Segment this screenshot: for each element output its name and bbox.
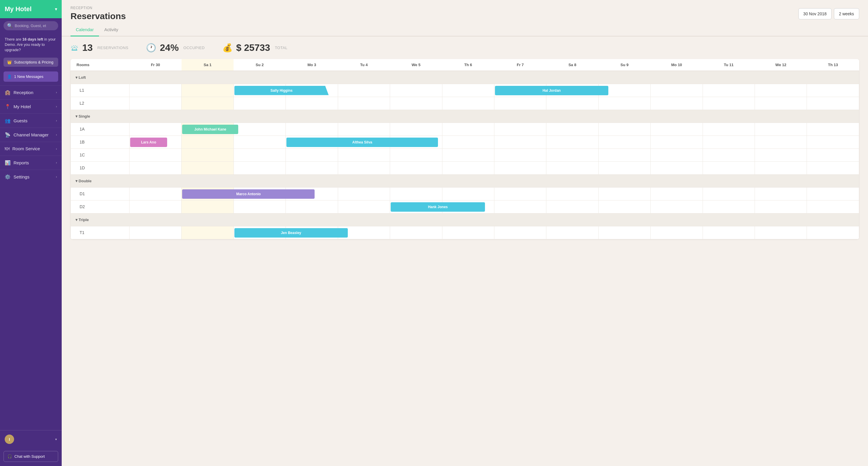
cell-T1-1[interactable] — [182, 226, 234, 239]
cell-T1-12[interactable] — [755, 226, 807, 239]
cell-1D-3[interactable] — [286, 162, 338, 174]
cell-D2-1[interactable] — [182, 200, 234, 213]
cell-1A-3[interactable] — [286, 123, 338, 136]
cell-T1-8[interactable] — [546, 226, 598, 239]
cell-1C-8[interactable] — [546, 148, 598, 162]
cell-D2-10[interactable] — [651, 200, 703, 213]
chat-support-button[interactable]: 🎧 Chat with Support — [3, 451, 58, 462]
cell-1D-11[interactable] — [703, 162, 755, 174]
cell-1D-9[interactable] — [598, 162, 650, 174]
cell-1D-4[interactable] — [338, 162, 390, 174]
cell-L1-5[interactable] — [390, 84, 442, 97]
cell-D1-5[interactable] — [390, 187, 442, 200]
cell-1C-6[interactable] — [442, 148, 494, 162]
cell-1D-1[interactable] — [182, 162, 234, 174]
cell-1C-1[interactable] — [182, 148, 234, 162]
cell-D1-6[interactable] — [442, 187, 494, 200]
cell-L2-5[interactable] — [390, 97, 442, 110]
cell-L2-6[interactable] — [442, 97, 494, 110]
cell-1A-5[interactable] — [390, 123, 442, 136]
cell-1D-12[interactable] — [755, 162, 807, 174]
cell-L1-13[interactable] — [807, 84, 859, 97]
search-input[interactable] — [15, 24, 55, 28]
cell-T1-0[interactable] — [129, 226, 182, 239]
cell-L2-9[interactable] — [598, 97, 650, 110]
cell-1B-10[interactable] — [651, 136, 703, 148]
sidebar-item-reports[interactable]: 📊 Reports › — [0, 155, 62, 170]
cell-T1-6[interactable] — [442, 226, 494, 239]
cell-L1-2[interactable]: Sally Higgins — [234, 84, 285, 97]
cell-1C-7[interactable] — [494, 148, 546, 162]
cell-D2-13[interactable] — [807, 200, 859, 213]
sidebar-item-my-hotel[interactable]: 📍 My Hotel › — [0, 99, 62, 114]
cell-1A-12[interactable] — [755, 123, 807, 136]
cell-1D-13[interactable] — [807, 162, 859, 174]
cell-1C-4[interactable] — [338, 148, 390, 162]
cell-L2-11[interactable] — [703, 97, 755, 110]
cell-D2-12[interactable] — [755, 200, 807, 213]
cell-1A-4[interactable] — [338, 123, 390, 136]
sidebar-item-reception[interactable]: 🏨 Reception › — [0, 85, 62, 99]
reservation-bar-D2[interactable]: Hank Jones — [391, 202, 485, 212]
calendar-container[interactable]: RoomsFr 30Sa 1Su 2Mo 3Tu 4We 5Th 6Fr 7Sa… — [62, 59, 868, 466]
cell-1C-11[interactable] — [703, 148, 755, 162]
user-profile[interactable]: I ▾ — [5, 435, 57, 444]
cell-L2-3[interactable] — [286, 97, 338, 110]
cell-1B-7[interactable] — [494, 136, 546, 148]
cell-1C-2[interactable] — [234, 148, 285, 162]
cell-L1-7[interactable]: Hal Jordan — [494, 84, 546, 97]
reservation-bar-L1[interactable]: Sally Higgins — [235, 86, 329, 95]
cell-D1-4[interactable] — [338, 187, 390, 200]
cell-D1-1[interactable]: Marco Antonio — [182, 187, 234, 200]
cell-1A-8[interactable] — [546, 123, 598, 136]
cell-D2-8[interactable] — [546, 200, 598, 213]
cell-1A-13[interactable] — [807, 123, 859, 136]
cell-1D-8[interactable] — [546, 162, 598, 174]
tab-activity[interactable]: Activity — [99, 25, 124, 36]
subscriptions-pricing-button[interactable]: 👑 Subscriptions & Pricing — [3, 58, 58, 67]
reservation-bar-D1[interactable]: Marco Antonio — [182, 190, 315, 199]
reservation-bar-1B[interactable]: Lars Ano — [130, 138, 167, 147]
cell-D2-11[interactable] — [703, 200, 755, 213]
reservation-bar-L1[interactable]: Hal Jordan — [495, 86, 608, 95]
sidebar-item-room-service[interactable]: 🍽 Room Service › — [0, 142, 62, 155]
reservation-bar-1A[interactable]: John Michael Kane — [182, 125, 238, 134]
cell-1D-7[interactable] — [494, 162, 546, 174]
reservation-bar-T1[interactable]: Jen Beasley — [235, 228, 348, 238]
cell-L1-11[interactable] — [703, 84, 755, 97]
cell-T1-9[interactable] — [598, 226, 650, 239]
cell-D1-13[interactable] — [807, 187, 859, 200]
hotel-name-button[interactable]: My Hotel ▾ — [0, 0, 62, 18]
tab-calendar[interactable]: Calendar — [70, 25, 99, 36]
cell-D2-5[interactable]: Hank Jones — [390, 200, 442, 213]
cell-1C-10[interactable] — [651, 148, 703, 162]
duration-select[interactable]: 2 weeks 1 week 1 month — [834, 8, 859, 20]
cell-L1-6[interactable] — [442, 84, 494, 97]
cell-1D-2[interactable] — [234, 162, 285, 174]
cell-D2-9[interactable] — [598, 200, 650, 213]
cell-L2-13[interactable] — [807, 97, 859, 110]
cell-T1-2[interactable]: Jen Beasley — [234, 226, 285, 239]
cell-D2-0[interactable] — [129, 200, 182, 213]
cell-D1-7[interactable] — [494, 187, 546, 200]
cell-T1-5[interactable] — [390, 226, 442, 239]
cell-L2-0[interactable] — [129, 97, 182, 110]
cell-L2-2[interactable] — [234, 97, 285, 110]
cell-D2-4[interactable] — [338, 200, 390, 213]
cell-L1-4[interactable] — [338, 84, 390, 97]
cell-1A-10[interactable] — [651, 123, 703, 136]
cell-1B-6[interactable] — [442, 136, 494, 148]
cell-1B-11[interactable] — [703, 136, 755, 148]
reservation-bar-1B[interactable]: Althea Silva — [286, 138, 438, 147]
cell-1A-6[interactable] — [442, 123, 494, 136]
cell-1B-0[interactable]: Lars Ano — [129, 136, 182, 148]
cell-D1-8[interactable] — [546, 187, 598, 200]
cell-D1-11[interactable] — [703, 187, 755, 200]
cell-1B-3[interactable]: Althea Silva — [286, 136, 338, 148]
cell-L1-10[interactable] — [651, 84, 703, 97]
cell-L2-7[interactable] — [494, 97, 546, 110]
date-picker-button[interactable]: 30 Nov 2018 — [798, 8, 832, 20]
cell-L2-8[interactable] — [546, 97, 598, 110]
cell-1A-11[interactable] — [703, 123, 755, 136]
cell-1B-12[interactable] — [755, 136, 807, 148]
